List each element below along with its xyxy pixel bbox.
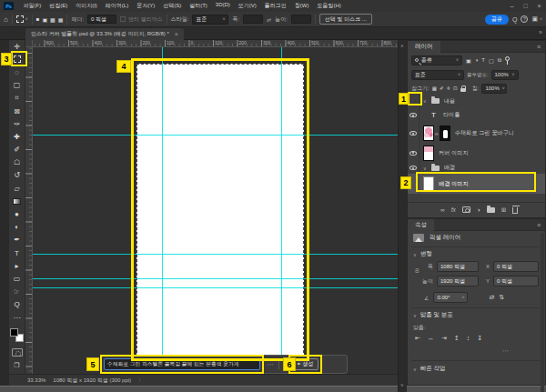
layer-row-flower-basket[interactable]: ∞ 수채화로 그린 꽃바구니 — [408, 123, 545, 144]
menu-item[interactable]: 이미지(I) — [72, 2, 102, 10]
x-input[interactable]: 0 픽셀 — [493, 261, 539, 272]
feather-input[interactable]: 0 픽셀 — [87, 15, 116, 24]
layer-thumbnail[interactable] — [423, 126, 434, 141]
align-left-icon[interactable]: ⇤ — [415, 335, 420, 342]
filter-kind-dropdown[interactable]: 종류 ˅ — [411, 55, 462, 65]
object-selection-tool[interactable]: ▢ — [9, 79, 25, 92]
section-quick-actions[interactable]: ∨ 빠른 작업 — [413, 365, 445, 373]
align-bottom-icon[interactable]: ↧ — [477, 335, 482, 342]
visibility-toggle[interactable] — [408, 123, 420, 144]
layer-row-background-image[interactable]: 배경 이미지 — [408, 174, 545, 194]
hand-tool[interactable]: ☞ — [9, 286, 25, 298]
link-dimensions-icon[interactable]: 8 — [415, 266, 419, 275]
add-selection-icon[interactable]: ▣ — [42, 16, 47, 23]
lock-all-icon[interactable] — [460, 88, 466, 92]
prompt-input[interactable]: 수채화로 그린 파스텔톤 골목길 끝에 있는 분홍색 옷가게 — [104, 358, 260, 370]
layer-thumbnail[interactable] — [423, 176, 434, 192]
layer-effects-icon[interactable]: fx — [451, 206, 456, 213]
height-input[interactable]: 1920 픽셀 — [437, 276, 479, 286]
filter-adjustment-icon[interactable]: ◑ — [475, 57, 479, 63]
menu-item[interactable]: 도움말(H) — [313, 2, 345, 10]
minimize-button[interactable]: – — [505, 1, 519, 11]
layer-mask-thumbnail[interactable] — [440, 126, 450, 141]
visibility-toggle[interactable] — [408, 107, 420, 123]
move-tool[interactable]: ✛ — [9, 40, 25, 53]
delete-layer-icon[interactable] — [512, 207, 518, 214]
history-brush-tool[interactable]: ↺ — [9, 169, 25, 182]
filter-pixel-icon[interactable]: ▣ — [466, 57, 471, 64]
y-input[interactable]: 0 픽셀 — [493, 276, 539, 286]
blur-tool[interactable]: ● — [9, 207, 25, 220]
align-center-h-icon[interactable]: ↔ — [428, 335, 434, 342]
layer-row-cover-image[interactable]: 커버 이미지 — [408, 144, 545, 162]
filter-smart-object-icon[interactable]: ⧉ — [498, 57, 501, 64]
screen-mode-button[interactable]: ❐ — [14, 362, 19, 369]
layer-row-group-background[interactable]: ∨ 배경 — [408, 162, 545, 174]
width-input[interactable] — [243, 15, 263, 24]
horizontal-ruler[interactable]: 6005004003002001000100200300400500600700… — [33, 40, 398, 47]
filter-shape-icon[interactable]: ▢ — [489, 57, 494, 64]
align-right-icon[interactable]: ⇥ — [441, 335, 447, 342]
quick-mask-button[interactable] — [12, 348, 23, 357]
blend-mode-dropdown[interactable]: 표준 ˅ — [411, 70, 464, 80]
frame-tool[interactable]: ⊠ — [9, 105, 25, 117]
help-icon[interactable]: ? — [521, 15, 528, 23]
gradient-tool[interactable] — [9, 195, 25, 207]
menu-item[interactable]: 편집(E) — [46, 2, 72, 10]
section-transform[interactable]: ∨ 변형 — [413, 250, 432, 258]
opacity-dropdown[interactable]: 100% ˅ — [491, 70, 519, 80]
width-input[interactable]: 1080 픽셀 — [437, 261, 479, 272]
tab-overflow-icon[interactable]: » — [539, 29, 542, 35]
foreground-color-swatch[interactable] — [10, 328, 18, 337]
lock-position-icon[interactable]: ✛ — [446, 85, 450, 91]
clone-stamp-tool[interactable]: ☖ — [9, 156, 25, 169]
select-and-mask-button[interactable]: 선택 및 마스크 ... — [319, 14, 372, 25]
layer-row-group-content[interactable]: ∨ 내용 — [408, 95, 545, 107]
chevron-down-icon[interactable]: ∨ — [423, 98, 427, 104]
pen-tool[interactable]: ✒ — [9, 234, 25, 246]
more-options-button[interactable]: ⋯ — [264, 361, 277, 368]
color-swatches[interactable] — [10, 328, 24, 342]
type-tool[interactable]: T — [9, 246, 25, 259]
align-top-icon[interactable]: ↥ — [454, 335, 460, 342]
healing-brush-tool[interactable]: ✚ — [9, 130, 25, 143]
generate-button[interactable]: ✦ 생성 — [292, 358, 318, 370]
shape-tool[interactable]: ▭ — [9, 272, 25, 285]
align-center-v-icon[interactable]: ↕ — [467, 335, 470, 342]
lock-transparency-icon[interactable]: ▦ — [432, 85, 437, 91]
lock-image-icon[interactable]: ✐ — [440, 85, 444, 91]
visibility-toggle[interactable] — [408, 95, 420, 107]
height-input[interactable] — [291, 15, 311, 24]
menu-item[interactable]: 문자(Y) — [133, 2, 159, 10]
swap-dimensions-icon[interactable]: ⇄ — [267, 16, 271, 23]
layer-mask-icon[interactable] — [462, 206, 470, 213]
menu-item[interactable]: 레이어(L) — [101, 2, 132, 10]
zoom-level[interactable]: 33.33% — [27, 377, 46, 383]
chevron-down-icon[interactable]: ∨ — [423, 166, 427, 171]
zoom-tool[interactable]: Q — [9, 298, 25, 311]
vertical-ruler[interactable] — [25, 47, 33, 374]
dock-scroll-down-icon[interactable]: ∨ — [400, 382, 404, 387]
edit-toolbar-icon[interactable]: ⋯ — [9, 311, 25, 324]
workspace-switcher[interactable]: ▣ ˅ — [531, 15, 542, 23]
section-align-distribute[interactable]: ∨ 맞춤 및 분포 — [413, 311, 453, 319]
scrollbar[interactable] — [541, 233, 544, 392]
filter-type-icon[interactable]: T — [481, 57, 485, 63]
status-chevron-icon[interactable]: 〉 — [138, 377, 144, 385]
visibility-toggle[interactable] — [408, 144, 420, 162]
document-tab[interactable]: 인스타 커버 템플릿.psd @ 33.3% (배경 이미지, RGB/8) *… — [25, 28, 184, 40]
flip-horizontal-icon[interactable]: ⇄ — [489, 294, 494, 301]
menu-item[interactable]: 보기(V) — [234, 2, 260, 10]
adjustment-layer-icon[interactable]: ◑ — [477, 206, 480, 213]
close-tab-icon[interactable]: × — [175, 31, 178, 37]
fill-dropdown[interactable]: 100% ˅ — [481, 84, 507, 94]
menu-item[interactable]: 선택(S) — [159, 2, 186, 10]
dodge-tool[interactable]: ◐ — [9, 221, 25, 234]
panel-menu-icon[interactable]: ≡ — [537, 222, 541, 228]
eyedropper-tool[interactable]: ✑ — [9, 117, 25, 130]
crop-tool[interactable]: ⌗ — [9, 92, 25, 105]
menu-item[interactable]: 3D(D) — [211, 2, 234, 10]
link-mask-icon[interactable]: ∞ — [435, 131, 439, 136]
maximize-button[interactable]: □ — [519, 1, 532, 11]
link-layers-icon[interactable]: ∞ — [440, 206, 445, 213]
